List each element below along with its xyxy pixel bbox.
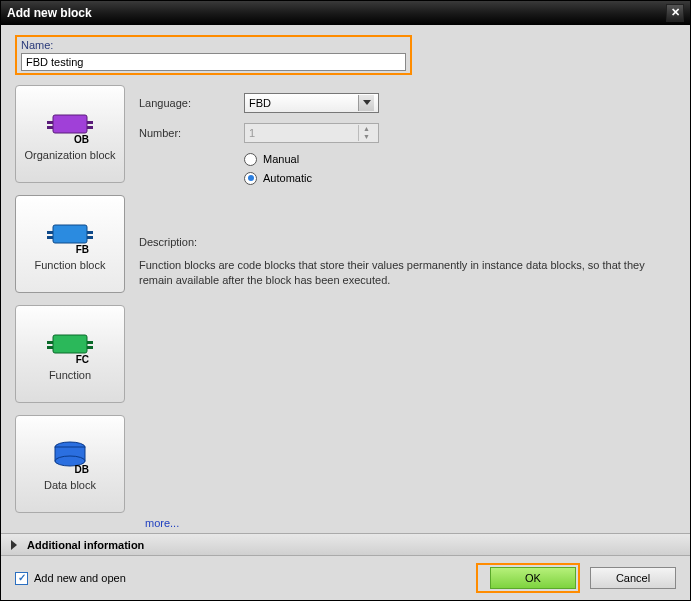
spinner-arrows-icon: ▲▼: [358, 125, 374, 141]
description-text: Function blocks are code blocks that sto…: [139, 258, 676, 289]
svg-rect-10: [87, 236, 93, 239]
close-button[interactable]: ✕: [666, 4, 684, 22]
ok-button[interactable]: OK: [490, 567, 576, 589]
add-new-and-open-label: Add new and open: [34, 572, 126, 584]
close-icon: ✕: [671, 6, 680, 19]
manual-label: Manual: [263, 153, 299, 165]
block-type-list: OB Organization block FB Function block: [15, 85, 125, 513]
additional-information-toggle[interactable]: Additional information: [1, 533, 690, 557]
block-label: Organization block: [24, 149, 115, 162]
number-value: 1: [249, 127, 255, 139]
titlebar: Add new block ✕: [1, 1, 690, 25]
language-value: FBD: [249, 97, 358, 109]
svg-text:FB: FB: [76, 244, 89, 255]
additional-information-label: Additional information: [27, 539, 144, 551]
description-label: Description:: [139, 236, 676, 248]
automatic-label: Automatic: [263, 172, 312, 184]
block-type-fb[interactable]: FB Function block: [15, 195, 125, 293]
svg-rect-1: [47, 121, 53, 124]
block-label: Function: [49, 369, 91, 382]
language-label: Language:: [139, 97, 244, 109]
name-label: Name:: [21, 39, 406, 51]
svg-rect-8: [47, 236, 53, 239]
svg-rect-4: [87, 126, 93, 129]
number-label: Number:: [139, 127, 244, 139]
svg-rect-12: [53, 335, 87, 353]
cancel-button[interactable]: Cancel: [590, 567, 676, 589]
db-icon: DB: [45, 435, 95, 475]
ob-icon: OB: [45, 105, 95, 145]
content-area: Name: OB Organization block: [1, 25, 690, 533]
svg-rect-3: [87, 121, 93, 124]
chevron-right-icon: [7, 538, 21, 552]
fb-icon: FB: [45, 215, 95, 255]
language-dropdown[interactable]: FBD: [244, 93, 379, 113]
svg-text:OB: OB: [74, 134, 89, 145]
svg-rect-0: [53, 115, 87, 133]
name-input[interactable]: [21, 53, 406, 71]
block-type-fc[interactable]: FC Function: [15, 305, 125, 403]
svg-rect-15: [87, 341, 93, 344]
svg-rect-2: [47, 126, 53, 129]
svg-text:FC: FC: [76, 354, 89, 365]
automatic-radio[interactable]: [244, 172, 257, 185]
block-label: Data block: [44, 479, 96, 492]
block-type-db[interactable]: DB Data block: [15, 415, 125, 513]
manual-radio[interactable]: [244, 153, 257, 166]
more-link[interactable]: more...: [145, 517, 179, 529]
svg-rect-7: [47, 231, 53, 234]
svg-rect-13: [47, 341, 53, 344]
number-spinner: 1 ▲▼: [244, 123, 379, 143]
dialog-title: Add new block: [7, 6, 666, 20]
svg-rect-14: [47, 346, 53, 349]
svg-rect-9: [87, 231, 93, 234]
chevron-down-icon: [358, 95, 374, 111]
block-type-ob[interactable]: OB Organization block: [15, 85, 125, 183]
svg-rect-16: [87, 346, 93, 349]
add-new-block-dialog: Add new block ✕ Name:: [0, 0, 691, 601]
fc-icon: FC: [45, 325, 95, 365]
block-label: Function block: [35, 259, 106, 272]
svg-text:DB: DB: [75, 464, 89, 475]
dialog-footer: Add new and open OK Cancel: [1, 556, 690, 600]
block-settings: Language: FBD Number: 1 ▲▼: [139, 85, 676, 513]
add-new-and-open-checkbox[interactable]: [15, 572, 28, 585]
svg-rect-6: [53, 225, 87, 243]
